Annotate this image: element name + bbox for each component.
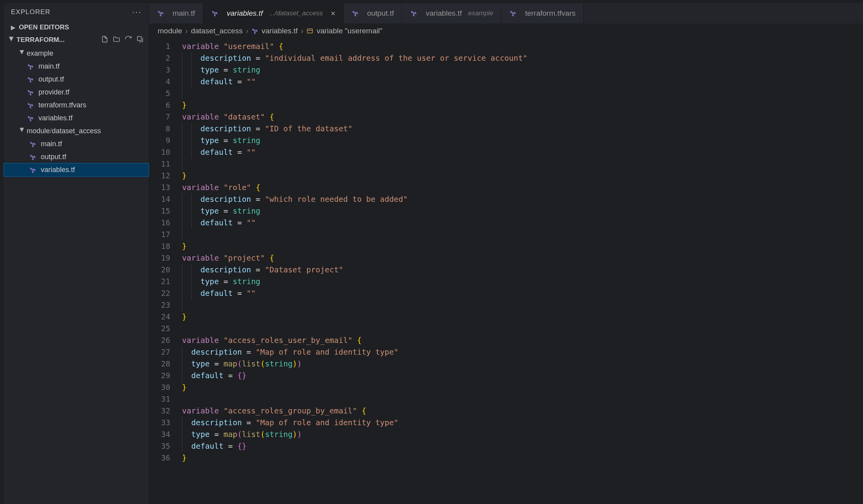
terraform-icon [29,166,37,174]
tab-variables-tf-example[interactable]: variables.tf example [402,3,501,24]
chevron-right-icon: ▶ [11,24,17,31]
refresh-icon[interactable] [124,35,132,45]
editor-tabs: main.tf variables.tf .../dataset_access … [149,3,863,24]
terraform-icon [29,140,37,148]
project-section[interactable]: ▶ TERRAFORM... [4,34,149,46]
collapse-all-icon[interactable] [136,35,144,45]
file-module-variables-tf[interactable]: variables.tf [4,163,149,176]
terraform-icon [351,9,359,17]
chevron-right-icon: › [185,27,188,35]
terraform-icon [509,9,517,17]
chevron-right-icon: › [246,27,248,35]
terraform-icon [410,9,418,17]
file-provider-tf[interactable]: provider.tf [4,86,149,99]
breadcrumb[interactable]: module › dataset_access › variables.tf ›… [149,24,863,38]
terraform-icon [157,9,165,17]
svg-rect-1 [307,29,313,33]
new-file-icon[interactable] [101,35,109,45]
terraform-icon [27,114,35,122]
file-variables-tf[interactable]: variables.tf [4,112,149,125]
sidebar-header: EXPLORER ··· [4,3,149,21]
file-terraform-tfvars[interactable]: terraform.tfvars [4,99,149,112]
file-module-main-tf[interactable]: main.tf [4,138,149,150]
tab-main-tf[interactable]: main.tf [149,3,203,24]
terraform-icon [251,27,259,34]
terraform-icon [29,153,37,161]
symbol-icon [306,27,313,34]
tab-output-tf[interactable]: output.tf [344,3,402,24]
close-icon[interactable]: × [331,9,335,18]
terraform-icon [211,9,219,17]
line-gutter: 1234567891011121314151617181920212223242… [149,38,177,504]
terraform-icon [27,76,35,83]
open-editors-section[interactable]: ▶ OPEN EDITORS [4,21,149,34]
folder-module-dataset-access[interactable]: ▶ module / dataset_access [4,125,149,138]
terraform-icon [27,63,35,71]
file-module-output-tf[interactable]: output.tf [4,150,149,163]
project-actions [101,35,144,45]
main-area: main.tf variables.tf .../dataset_access … [149,3,863,504]
chevron-down-icon: ▶ [9,37,15,43]
chevron-right-icon: › [301,27,303,35]
file-output-tf[interactable]: output.tf [4,73,149,86]
tab-variables-tf-active[interactable]: variables.tf .../dataset_access × [203,3,344,24]
terraform-icon [27,102,35,109]
svg-rect-0 [137,36,141,40]
chevron-down-icon: ▶ [19,128,25,135]
chevron-down-icon: ▶ [19,50,25,57]
code-content[interactable]: variable "useremail" { description = "in… [177,38,863,504]
explorer-title: EXPLORER [11,8,51,16]
file-tree: ▶ example main.tf output.tf provider.tf … [4,46,149,176]
more-actions-icon[interactable]: ··· [132,7,142,17]
file-main-tf[interactable]: main.tf [4,60,149,73]
new-folder-icon[interactable] [113,35,120,45]
explorer-sidebar: EXPLORER ··· ▶ OPEN EDITORS ▶ TERRAFORM.… [4,3,149,504]
terraform-icon [27,89,35,96]
folder-example[interactable]: ▶ example [4,47,149,60]
code-editor[interactable]: 1234567891011121314151617181920212223242… [149,38,863,504]
tab-terraform-tfvars[interactable]: terraform.tfvars [501,3,584,24]
